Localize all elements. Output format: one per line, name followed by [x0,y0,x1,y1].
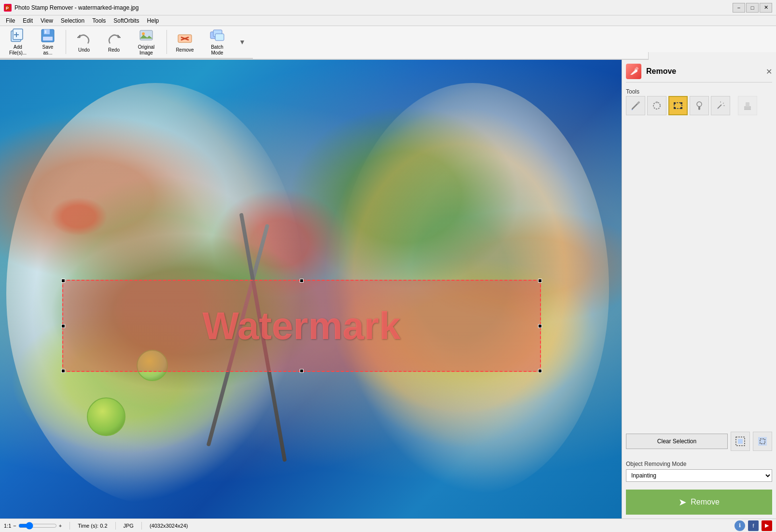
clone-tool-button[interactable] [690,96,709,115]
main-content: Watermark Remove ✕ [0,60,776,518]
toolbox-close-button[interactable]: ✕ [766,67,772,76]
svg-line-30 [723,103,724,104]
original-image-icon [139,28,154,43]
lasso-tool-button[interactable] [647,96,666,115]
tools-section: Tools [626,86,772,115]
facebook-icon: f [752,523,754,529]
svg-rect-8 [43,37,53,41]
mode-label: Object Removing Mode [626,461,772,467]
tool-preview-area [626,119,772,426]
toolbox-panel: Remove ✕ Tools [622,60,776,518]
watermark-selection[interactable]: Watermark [62,280,541,371]
svg-rect-36 [738,439,743,444]
more-options-button[interactable]: ▼ [236,28,249,56]
info-icon-button[interactable]: ℹ [734,520,745,531]
canvas-area[interactable]: Watermark [0,60,622,518]
svg-point-20 [653,102,660,109]
svg-point-21 [656,101,658,103]
toolbox-title: Remove [646,67,676,76]
batch-mode-label: BatchMode [211,44,223,56]
more-options-icon: ▼ [239,38,246,46]
toolbox-icon [626,64,641,79]
remove-button-label: Remove [691,498,720,506]
svg-rect-25 [674,107,676,109]
tools-label: Tools [626,88,772,95]
selection-handle-bl[interactable] [61,369,65,373]
redo-icon [106,31,122,46]
menu-tools[interactable]: Tools [88,16,110,25]
menu-file[interactable]: File [2,16,19,25]
menu-help[interactable]: Help [143,16,163,25]
mode-select[interactable]: Inpainting Content-Aware Fill Texture Sy… [626,469,772,482]
original-image-label: OriginalImage [138,44,154,56]
menu-softorbits[interactable]: SoftOrbits [110,16,143,25]
dimensions-status: (4032x3024x24) [150,523,188,529]
selection-handle-tc[interactable] [300,279,304,283]
menu-selection[interactable]: Selection [57,16,88,25]
selection-handle-mr[interactable] [538,324,542,328]
status-icons: ℹ f ▶ [734,520,772,531]
status-sep-2 [115,522,116,530]
format-label: JPG [124,523,134,529]
menu-bar: File Edit View Selection Tools SoftOrbit… [0,15,776,26]
save-as-label: Saveas... [42,44,54,56]
svg-point-27 [697,102,702,107]
youtube-icon: ▶ [765,522,769,529]
selection-handle-tr[interactable] [538,279,542,283]
maximize-button[interactable]: □ [746,3,759,13]
selection-handle-tl[interactable] [61,279,65,283]
selection-actions: Clear Selection [626,432,772,451]
window-controls: − □ ✕ [733,3,772,13]
undo-label: Undo [78,47,90,53]
add-files-label: AddFile(s)... [9,44,27,56]
svg-rect-9 [45,30,46,33]
zoom-level: 1:1 [4,523,11,529]
save-icon [40,28,55,43]
selection-handle-ml[interactable] [61,324,65,328]
zoom-min-icon[interactable]: − [13,523,16,529]
menu-edit[interactable]: Edit [19,16,37,25]
save-as-button[interactable]: Saveas... [34,28,62,56]
zoom-max-icon[interactable]: + [59,523,62,529]
status-bar: 1:1 − + Time (s): 0.2 JPG (4032x3024x24)… [0,518,776,532]
svg-rect-7 [44,29,50,34]
close-button[interactable]: ✕ [760,3,772,13]
invert-selection-button[interactable] [753,432,772,451]
brush-tool-button[interactable] [626,96,645,115]
original-image-button[interactable]: OriginalImage [130,28,163,56]
magic-tool-button[interactable] [711,96,730,115]
zoom-slider[interactable] [18,522,57,530]
status-sep-1 [69,522,70,530]
batch-mode-button[interactable]: BatchMode [201,28,234,56]
remove-toolbar-label: Remove [176,47,194,53]
toolbar-separator-1 [66,30,66,54]
toolbar: AddFile(s)... Saveas... [0,26,253,59]
svg-rect-28 [698,106,700,110]
svg-text:P: P [6,6,9,11]
redo-button[interactable]: Redo [100,28,128,56]
add-files-button[interactable]: AddFile(s)... [4,28,32,56]
facebook-icon-button[interactable]: f [748,520,759,531]
clear-selection-button[interactable]: Clear Selection [626,434,728,449]
remove-button[interactable]: ➤ Remove [626,490,772,515]
mode-section: Object Removing Mode Inpainting Content-… [626,457,772,482]
rect-select-tool-button[interactable] [668,96,688,115]
svg-rect-33 [746,102,749,107]
add-files-icon [10,28,26,43]
select-all-button[interactable] [731,432,750,451]
svg-rect-37 [758,437,767,446]
selection-handle-br[interactable] [538,369,542,373]
status-sep-3 [141,522,142,530]
menu-view[interactable]: View [37,16,57,25]
undo-button[interactable]: Undo [70,28,98,56]
youtube-icon-button[interactable]: ▶ [762,520,772,531]
stamp-tool-button[interactable] [738,96,757,115]
info-icon: ℹ [739,522,741,529]
minimize-button[interactable]: − [733,3,745,13]
svg-rect-23 [674,102,676,104]
selection-handle-bc[interactable] [300,369,304,373]
undo-icon [76,31,92,46]
svg-rect-24 [680,102,682,104]
watermark-text: Watermark [202,304,401,348]
remove-toolbar-button[interactable]: Remove [171,28,199,56]
